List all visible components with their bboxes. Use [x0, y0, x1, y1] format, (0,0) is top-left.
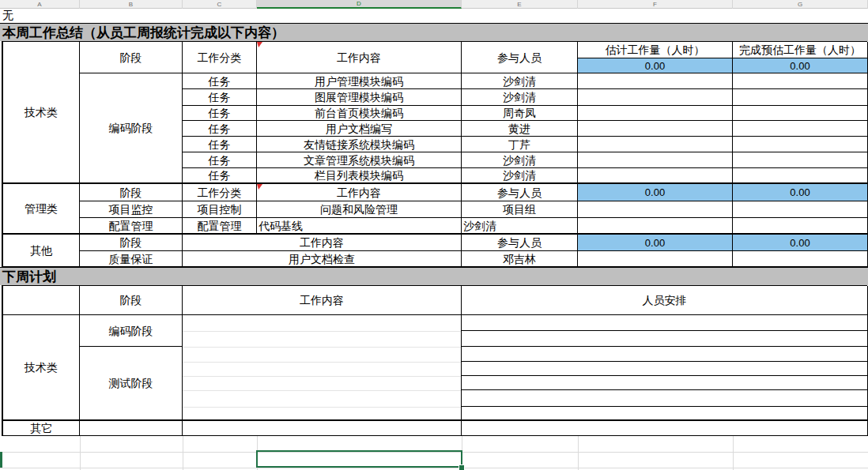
- management-estimated-total-cell[interactable]: 0.00: [578, 184, 733, 201]
- task-completed-cell[interactable]: [733, 137, 868, 152]
- task-person-cell[interactable]: 丁芹: [462, 137, 578, 152]
- plan-content-block[interactable]: [183, 315, 462, 421]
- plan-staff-cell[interactable]: [462, 315, 868, 331]
- task-content-cell[interactable]: 用户文档编写: [257, 121, 462, 137]
- management-person-cell[interactable]: 沙剑清: [462, 218, 578, 235]
- summary-other-label-cell[interactable]: 其他: [3, 235, 80, 267]
- plan-other-staff-cell[interactable]: [462, 421, 868, 436]
- management-completed-total-cell[interactable]: 0.00: [733, 184, 868, 201]
- selected-cell-outline[interactable]: [256, 450, 462, 468]
- task-person-cell[interactable]: 沙剑清: [462, 168, 578, 184]
- summary-header-phase[interactable]: 阶段: [80, 42, 183, 73]
- other-estimated-cell[interactable]: [578, 251, 733, 267]
- column-header-e[interactable]: E: [462, 0, 578, 9]
- task-content-cell[interactable]: 文章管理系统模块编码: [257, 152, 462, 168]
- plan-title-bar[interactable]: 下周计划: [0, 267, 868, 285]
- task-content-cell[interactable]: 图展管理模块编码: [257, 89, 462, 106]
- summary-header-category[interactable]: 工作分类: [183, 42, 257, 73]
- task-content-cell[interactable]: 友情链接系统模块编码: [257, 137, 462, 152]
- management-content-cell[interactable]: 代码基线: [257, 218, 462, 235]
- task-estimated-cell[interactable]: [578, 137, 733, 152]
- plan-other-phase-cell[interactable]: [80, 421, 183, 436]
- task-content-cell[interactable]: 用户管理模块编码: [257, 73, 462, 89]
- task-estimated-cell[interactable]: [578, 106, 733, 121]
- plan-header-phase[interactable]: 阶段: [80, 286, 183, 315]
- management-content-cell[interactable]: 问题和风险管理: [257, 201, 462, 218]
- selection-fill-handle[interactable]: [459, 464, 465, 470]
- plan-coding-phase-cell[interactable]: 编码阶段: [80, 315, 183, 347]
- cell-a1[interactable]: 无: [0, 9, 868, 23]
- task-category-cell[interactable]: 任务: [183, 73, 257, 89]
- management-header-participants[interactable]: 参与人员: [462, 184, 578, 201]
- other-phase-cell[interactable]: 质量保证: [80, 251, 183, 267]
- task-person-cell[interactable]: 黄进: [462, 121, 578, 137]
- summary-tech-label-cell[interactable]: 技术类: [3, 42, 80, 184]
- other-completed-total-cell[interactable]: 0.00: [733, 235, 868, 251]
- management-header-phase[interactable]: 阶段: [80, 184, 183, 201]
- task-category-cell[interactable]: 任务: [183, 168, 257, 184]
- plan-other-label-cell[interactable]: 其它: [3, 421, 80, 436]
- task-completed-cell[interactable]: [733, 152, 868, 168]
- other-content-cell[interactable]: 用户文档检查: [183, 251, 462, 267]
- task-completed-cell[interactable]: [733, 89, 868, 106]
- summary-header-content[interactable]: 工作内容: [257, 42, 462, 73]
- other-estimated-total-cell[interactable]: 0.00: [578, 235, 733, 251]
- summary-header-completed[interactable]: 完成预估工作量（人时）: [733, 42, 868, 58]
- summary-header-participants[interactable]: 参与人员: [462, 42, 578, 73]
- column-header-f[interactable]: F: [578, 0, 733, 9]
- task-estimated-cell[interactable]: [578, 152, 733, 168]
- plan-header-empty[interactable]: [3, 286, 80, 315]
- task-person-cell[interactable]: 周奇凤: [462, 106, 578, 121]
- plan-tech-label-cell[interactable]: 技术类: [3, 315, 80, 421]
- summary-management-label-cell[interactable]: 管理类: [3, 184, 80, 235]
- column-header-d-selected[interactable]: D: [257, 0, 462, 9]
- plan-other-content-cell[interactable]: [183, 421, 462, 436]
- other-header-phase[interactable]: 阶段: [80, 235, 183, 251]
- column-header-a[interactable]: A: [0, 0, 80, 9]
- summary-tech-phase-cell[interactable]: 编码阶段: [80, 73, 183, 184]
- management-phase-cell[interactable]: 项目监控: [80, 201, 183, 218]
- task-estimated-cell[interactable]: [578, 89, 733, 106]
- task-person-cell[interactable]: 沙剑清: [462, 89, 578, 106]
- management-header-category[interactable]: 工作分类: [183, 184, 257, 201]
- task-completed-cell[interactable]: [733, 121, 868, 137]
- management-completed-cell[interactable]: [733, 201, 868, 218]
- plan-staff-cell[interactable]: [462, 362, 868, 376]
- task-person-cell[interactable]: 沙剑清: [462, 152, 578, 168]
- task-category-cell[interactable]: 任务: [183, 152, 257, 168]
- task-person-cell[interactable]: 沙剑清: [462, 73, 578, 89]
- task-category-cell[interactable]: 任务: [183, 137, 257, 152]
- task-category-cell[interactable]: 任务: [183, 89, 257, 106]
- summary-completed-total-cell[interactable]: 0.00: [733, 58, 868, 73]
- task-content-cell[interactable]: 栏目列表模块编码: [257, 168, 462, 184]
- summary-estimated-total-cell[interactable]: 0.00: [578, 58, 733, 73]
- plan-staff-cell[interactable]: [462, 347, 868, 362]
- management-completed-cell[interactable]: [733, 218, 868, 235]
- other-header-participants[interactable]: 参与人员: [462, 235, 578, 251]
- management-category-cell[interactable]: 配置管理: [183, 218, 257, 235]
- management-phase-cell[interactable]: 配置管理: [80, 218, 183, 235]
- plan-staff-cell[interactable]: [462, 407, 868, 421]
- summary-title-bar[interactable]: 本周工作总结（从员工周报统计完成以下内容）: [0, 23, 868, 41]
- plan-staff-cell[interactable]: [462, 376, 868, 390]
- plan-header-content[interactable]: 工作内容: [183, 286, 462, 315]
- task-estimated-cell[interactable]: [578, 121, 733, 137]
- column-header-g[interactable]: G: [733, 0, 868, 9]
- summary-header-estimated[interactable]: 估计工作量（人时）: [578, 42, 733, 58]
- task-estimated-cell[interactable]: [578, 73, 733, 89]
- other-header-content[interactable]: 工作内容: [183, 235, 462, 251]
- management-person-cell[interactable]: 项目组: [462, 201, 578, 218]
- management-estimated-cell[interactable]: [578, 201, 733, 218]
- plan-staff-cell[interactable]: [462, 331, 868, 347]
- other-completed-cell[interactable]: [733, 251, 868, 267]
- plan-testing-phase-cell[interactable]: 测试阶段: [80, 347, 183, 421]
- column-header-b[interactable]: B: [80, 0, 183, 9]
- task-completed-cell[interactable]: [733, 168, 868, 184]
- management-header-content[interactable]: 工作内容: [257, 184, 462, 201]
- task-content-cell[interactable]: 前台首页模块编码: [257, 106, 462, 121]
- task-completed-cell[interactable]: [733, 106, 868, 121]
- management-category-cell[interactable]: 项目控制: [183, 201, 257, 218]
- management-estimated-cell[interactable]: [578, 218, 733, 235]
- plan-header-staff[interactable]: 人员安排: [462, 286, 868, 315]
- column-header-c[interactable]: C: [183, 0, 257, 9]
